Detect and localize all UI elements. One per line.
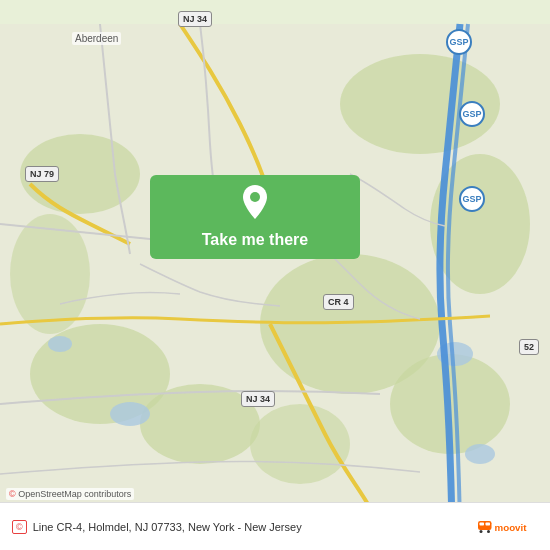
take-me-there-button[interactable]: Take me there: [150, 175, 360, 259]
svg-point-10: [110, 402, 150, 426]
moovit-icon: moovit: [478, 516, 538, 538]
nj34-badge-bot: NJ 34: [238, 390, 278, 408]
svg-point-19: [487, 530, 490, 533]
moovit-logo: moovit: [478, 516, 538, 538]
gsp-badge-mid: GSP: [456, 185, 488, 213]
svg-point-13: [48, 336, 72, 352]
nj79-badge: NJ 79: [22, 165, 62, 183]
location-pin-icon: [239, 185, 271, 223]
svg-point-12: [465, 444, 495, 464]
bottom-info: © Line CR-4, Holmdel, NJ 07733, New York…: [12, 520, 478, 534]
bottom-bar: © Line CR-4, Holmdel, NJ 07733, New York…: [0, 502, 550, 550]
gsp-badge-mid2: GSP: [456, 100, 488, 128]
cr4-badge: CR 4: [320, 293, 357, 311]
svg-point-9: [250, 404, 350, 484]
map-background: [0, 0, 550, 550]
gsp-badge-top: GSP: [443, 28, 475, 56]
n52-badge: 52: [516, 338, 542, 356]
take-me-there-label: Take me there: [202, 231, 308, 249]
svg-rect-17: [486, 522, 491, 525]
osm-attribution: ©: [12, 520, 27, 534]
nj34-badge-top: NJ 34: [175, 10, 215, 28]
svg-rect-16: [480, 522, 485, 525]
aberdeen-label: Aberdeen: [72, 32, 121, 45]
svg-point-18: [480, 530, 483, 533]
svg-point-14: [250, 192, 260, 202]
location-description: Line CR-4, Holmdel, NJ 07733, New York -…: [33, 521, 302, 533]
osm-full-attribution: © OpenStreetMap contributors: [6, 488, 134, 500]
map-container: Aberdeen GSP GSP GSP NJ 34 NJ 34 NJ 79 C…: [0, 0, 550, 550]
svg-text:moovit: moovit: [495, 521, 528, 532]
svg-rect-15: [478, 521, 492, 530]
